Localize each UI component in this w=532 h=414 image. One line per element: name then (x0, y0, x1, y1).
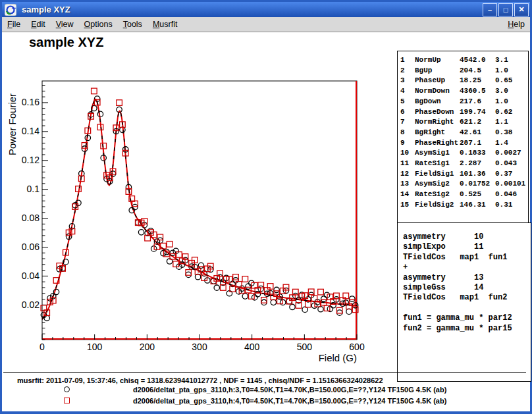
legend-label: d2006/deltat_pta_gps_3110,h:4,T0=4.50K,T… (133, 397, 446, 405)
titlebar[interactable]: ++ sample XYZ – □ ✕ (2, 2, 530, 17)
minimize-button[interactable]: – (483, 3, 497, 16)
svg-text:500: 500 (297, 342, 313, 352)
param-err: 1.4 (495, 138, 508, 149)
svg-text:200: 200 (140, 342, 155, 352)
param-err: 0.37 (495, 169, 512, 180)
data-point-circle (271, 299, 276, 305)
param-err: 0.38 (495, 128, 512, 138)
data-point-square (117, 100, 122, 106)
svg-text:100: 100 (87, 342, 103, 352)
menu-item-file[interactable]: File (2, 18, 26, 30)
data-point-circle (198, 263, 203, 268)
param-name: BgUp (415, 66, 460, 76)
param-no: 6 (400, 107, 415, 118)
data-point-circle (186, 272, 191, 277)
param-row: 6PhaseDown199.740.62 (400, 107, 528, 118)
close-button[interactable]: ✕ (514, 3, 529, 16)
data-point-square (318, 289, 324, 295)
legend-marker-square (64, 398, 70, 403)
data-point-square (176, 252, 182, 258)
data-point-circle (346, 309, 352, 314)
legend-row: d2006/deltat_pta_gps_3110,h:3,T0=4.50K,T… (3, 384, 526, 396)
param-name: PhaseUp (415, 76, 460, 86)
menu-item-view[interactable]: View (51, 18, 79, 30)
param-no: 9 (400, 138, 415, 149)
param-val: 0.01752 (460, 179, 495, 190)
param-val: 101.36 (460, 169, 495, 180)
window-controls: – □ ✕ (483, 3, 529, 16)
theory-line: asymmetry 10 (403, 232, 531, 242)
theory-line (403, 303, 531, 313)
fourier-plot[interactable]: 0100200300400500600Field (G)0.020.040.06… (2, 32, 397, 371)
param-name: BgRight (415, 128, 460, 138)
menu-right: Help (502, 18, 530, 30)
theory-line: + (403, 263, 531, 272)
parameter-box: 1NormUp4542.03.12BgUp204.51.03PhaseUp18.… (397, 51, 529, 226)
param-row: 2BgUp204.51.0 (400, 66, 528, 76)
app-icon: ++ (5, 4, 16, 16)
param-name: RateSig1 (415, 159, 460, 169)
param-val: 0.1833 (460, 148, 495, 159)
root-canvas[interactable]: sample XYZ 0100200300400500600Field (G)0… (2, 32, 530, 411)
menu-item-options[interactable]: Options (79, 18, 118, 30)
param-name: NormUp (415, 55, 460, 66)
param-no: 4 (400, 86, 415, 97)
param-row: 13AsymSig20.017520.00101 (400, 179, 528, 190)
param-val: 4360.5 (460, 86, 495, 97)
data-point-square (249, 294, 255, 299)
param-name: PhaseRight (415, 138, 460, 149)
svg-text:600: 600 (349, 342, 365, 352)
param-val: 42.61 (460, 128, 495, 138)
param-no: 10 (400, 148, 415, 159)
param-no: 5 (400, 97, 415, 107)
theory-line: TFieldCos map1 fun1 (403, 253, 531, 263)
data-point-circle (350, 296, 355, 301)
param-no: 12 (400, 169, 415, 180)
param-no: 3 (400, 76, 415, 86)
series-h:4 (41, 88, 358, 315)
menu-item-tools[interactable]: Tools (118, 18, 147, 30)
data-point-circle (321, 296, 327, 301)
param-name: AsymSig1 (415, 148, 460, 159)
param-err: 0.31 (495, 200, 512, 211)
svg-text:++: ++ (12, 6, 17, 10)
data-point-circle (274, 287, 279, 292)
data-point-circle (157, 238, 163, 243)
param-name: PhaseDown (415, 107, 460, 118)
maximize-button[interactable]: □ (498, 3, 513, 16)
data-point-circle (337, 310, 342, 315)
param-name: BgDown (415, 97, 460, 107)
theory-line: fun1 = gamma_mu * par12 (403, 313, 531, 323)
param-name: AsymSig2 (415, 179, 460, 190)
svg-text:0.14: 0.14 (22, 126, 40, 136)
legend-row: d2006/deltat_pta_gps_3110,h:4,T0=4.50K,T… (3, 396, 526, 407)
param-no: 8 (400, 128, 415, 138)
fit-info: musrfit: 2011-07-09, 15:37:46, chisq = 1… (3, 373, 526, 384)
data-point-square (242, 276, 248, 282)
menu-item-musrfit[interactable]: Musrfit (147, 18, 183, 30)
param-name: NormDown (415, 86, 460, 97)
param-row: 1NormUp4542.03.1 (400, 55, 528, 66)
param-val: 4542.0 (460, 55, 495, 66)
param-err: 1.0 (495, 97, 508, 107)
menu-item-edit[interactable]: Edit (26, 18, 51, 30)
param-val: 18.25 (460, 76, 495, 86)
data-point-square (92, 88, 97, 94)
fit-line-red (42, 99, 357, 320)
data-point-square (311, 296, 317, 301)
param-val: 199.74 (460, 107, 495, 118)
y-axis-title: Power Fourier (7, 93, 18, 155)
param-name: RateSig2 (415, 190, 460, 200)
param-row: 9PhaseRight287.11.4 (400, 138, 528, 149)
svg-text:300: 300 (192, 342, 207, 352)
svg-text:0.02: 0.02 (22, 299, 40, 310)
menu-item-help[interactable]: Help (502, 18, 530, 30)
param-row: 12FieldSig1101.360.37 (400, 169, 528, 180)
param-err: 0.62 (495, 107, 512, 118)
info-legend-box: musrfit: 2011-07-09, 15:37:46, chisq = 1… (3, 372, 526, 411)
param-row: 5BgDown217.61.0 (400, 97, 528, 107)
svg-text:0.12: 0.12 (22, 155, 40, 165)
param-no: 7 (400, 117, 415, 128)
param-row: 10AsymSig10.18330.0027 (400, 148, 528, 159)
theory-line: fun2 = gamma_mu * par15 (403, 324, 531, 334)
